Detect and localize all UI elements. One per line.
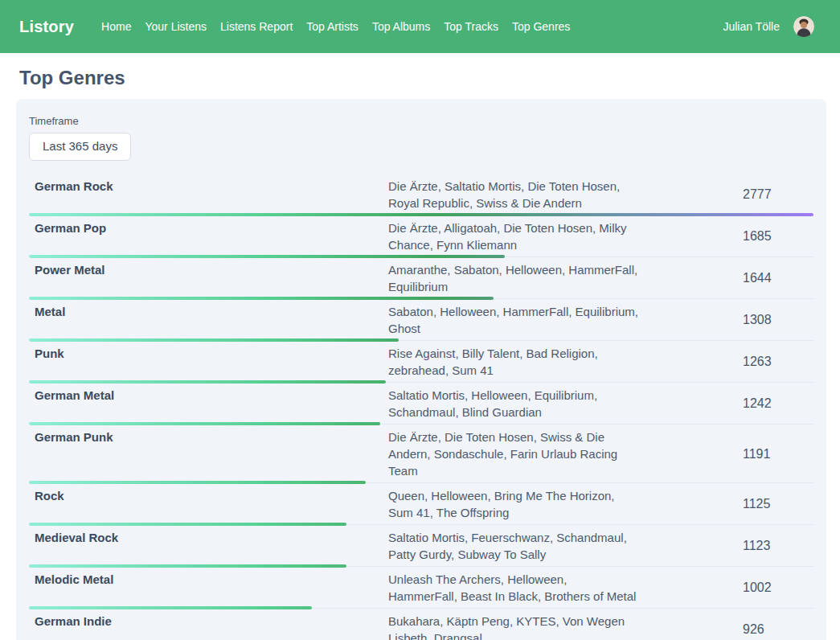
genre-name: Melodic Metal: [29, 571, 388, 605]
genre-name: Rock: [29, 487, 388, 521]
genres-card: Timeframe Last 365 days German RockDie Ä…: [16, 99, 826, 640]
genre-artists: Rise Against, Billy Talent, Bad Religion…: [388, 345, 743, 379]
genre-row: German IndieBukahara, Käptn Peng, KYTES,…: [29, 609, 813, 640]
timeframe-filter: Timeframe Last 365 days: [29, 115, 813, 161]
genre-count: 1644: [743, 261, 813, 295]
app-logo[interactable]: Listory: [19, 18, 74, 36]
nav-item-top-genres[interactable]: Top Genres: [512, 20, 570, 33]
genre-count: 1308: [743, 303, 813, 337]
genre-row: RockQueen, Helloween, Bring Me The Horiz…: [29, 483, 813, 525]
genre-artists: Die Ärzte, Saltatio Mortis, Die Toten Ho…: [388, 178, 743, 211]
genre-name: Medieval Rock: [29, 529, 388, 563]
genre-list: German RockDie Ärzte, Saltatio Mortis, D…: [29, 174, 813, 640]
genre-count: 1685: [743, 219, 813, 253]
genre-artists: Saltatio Mortis, Helloween, Equilibrium,…: [388, 387, 743, 421]
genre-row: MetalSabaton, Helloween, HammerFall, Equ…: [29, 299, 813, 341]
genre-bar: [29, 523, 346, 526]
header-user-area: Julian Tölle: [723, 16, 814, 37]
genre-count: 1002: [743, 571, 813, 605]
genre-count: 1242: [743, 387, 813, 421]
genre-artists-text: Rise Against, Billy Talent, Bad Religion…: [388, 345, 639, 379]
timeframe-select[interactable]: Last 365 days: [29, 133, 131, 161]
genre-bar: [29, 481, 366, 484]
genre-count: 2777: [743, 178, 813, 211]
page-title: Top Genres: [19, 67, 840, 89]
genre-row: German PopDie Ärzte, Alligatoah, Die Tot…: [29, 215, 813, 257]
genre-artists-text: Saltatio Mortis, Helloween, Equilibrium,…: [388, 387, 639, 421]
genre-count: 1263: [743, 345, 813, 379]
genre-name: Power Metal: [29, 261, 388, 295]
genre-artists: Queen, Helloween, Bring Me The Horizon, …: [388, 487, 743, 521]
genre-artists-text: Die Ärzte, Die Toten Hosen, Swiss & Die …: [388, 429, 639, 479]
genre-artists-text: Die Ärzte, Saltatio Mortis, Die Toten Ho…: [388, 178, 639, 211]
genre-bar: [29, 606, 312, 609]
nav-item-your-listens[interactable]: Your Listens: [145, 20, 207, 33]
app-header: Listory HomeYour ListensListens ReportTo…: [0, 0, 840, 53]
genre-row: German RockDie Ärzte, Saltatio Mortis, D…: [29, 174, 813, 215]
timeframe-label: Timeframe: [29, 115, 813, 127]
genre-artists: Saltatio Mortis, Feuerschwanz, Schandmau…: [388, 529, 743, 563]
genre-count: 1191: [743, 429, 813, 479]
genre-artists-text: Unleash The Archers, Helloween, HammerFa…: [388, 571, 639, 605]
genre-name: German Pop: [29, 219, 388, 253]
nav-item-home[interactable]: Home: [101, 20, 131, 33]
nav-item-top-albums[interactable]: Top Albums: [372, 20, 430, 33]
genre-count: 1123: [743, 529, 813, 563]
nav-item-top-artists[interactable]: Top Artists: [306, 20, 359, 33]
genre-name: German Indie: [29, 613, 388, 640]
genre-artists-text: Bukahara, Käptn Peng, KYTES, Von Wegen L…: [388, 613, 639, 640]
genre-artists-text: Saltatio Mortis, Feuerschwanz, Schandmau…: [388, 529, 639, 563]
genre-name: Punk: [29, 345, 388, 379]
genre-artists: Sabaton, Helloween, HammerFall, Equilibr…: [388, 303, 743, 337]
genre-bar: [29, 422, 380, 425]
genre-artists-text: Die Ärzte, Alligatoah, Die Toten Hosen, …: [388, 219, 639, 253]
genre-bar: [29, 297, 494, 300]
genre-row: German MetalSaltatio Mortis, Helloween, …: [29, 383, 813, 425]
genre-count: 926: [743, 613, 813, 640]
genre-bar: [29, 380, 386, 384]
genre-bar: [29, 213, 813, 216]
user-avatar[interactable]: [793, 16, 814, 37]
main-content: Top Genres Timeframe Last 365 days Germa…: [0, 67, 840, 640]
genre-artists: Unleash The Archers, Helloween, HammerFa…: [388, 571, 743, 605]
genre-name: German Punk: [29, 429, 388, 479]
user-name[interactable]: Julian Tölle: [723, 20, 780, 33]
genre-bar: [29, 564, 346, 568]
genre-artists-text: Amaranthe, Sabaton, Helloween, HammerFal…: [388, 261, 639, 295]
genre-row: Medieval RockSaltatio Mortis, Feuerschwa…: [29, 525, 813, 567]
main-nav: HomeYour ListensListens ReportTop Artist…: [101, 20, 570, 33]
avatar-image: [793, 16, 814, 37]
genre-name: Metal: [29, 303, 388, 337]
nav-item-top-tracks[interactable]: Top Tracks: [444, 20, 498, 33]
nav-item-listens-report[interactable]: Listens Report: [220, 20, 293, 33]
genre-artists: Die Ärzte, Alligatoah, Die Toten Hosen, …: [388, 219, 743, 253]
genre-artists-text: Sabaton, Helloween, HammerFall, Equilibr…: [388, 303, 639, 337]
genre-row: PunkRise Against, Billy Talent, Bad Reli…: [29, 341, 813, 383]
genre-artists: Amaranthe, Sabaton, Helloween, HammerFal…: [388, 261, 743, 295]
genre-artists: Bukahara, Käptn Peng, KYTES, Von Wegen L…: [388, 613, 743, 640]
genre-bar: [29, 255, 505, 258]
genre-name: German Rock: [29, 178, 388, 211]
genre-artists: Die Ärzte, Die Toten Hosen, Swiss & Die …: [388, 429, 743, 479]
genre-artists-text: Queen, Helloween, Bring Me The Horizon, …: [388, 487, 639, 521]
genre-bar: [29, 338, 399, 342]
genre-row: Melodic MetalUnleash The Archers, Hellow…: [29, 567, 813, 609]
genre-count: 1125: [743, 487, 813, 521]
genre-row: German PunkDie Ärzte, Die Toten Hosen, S…: [29, 425, 813, 483]
genre-name: German Metal: [29, 387, 388, 421]
genre-row: Power MetalAmaranthe, Sabaton, Helloween…: [29, 257, 813, 299]
